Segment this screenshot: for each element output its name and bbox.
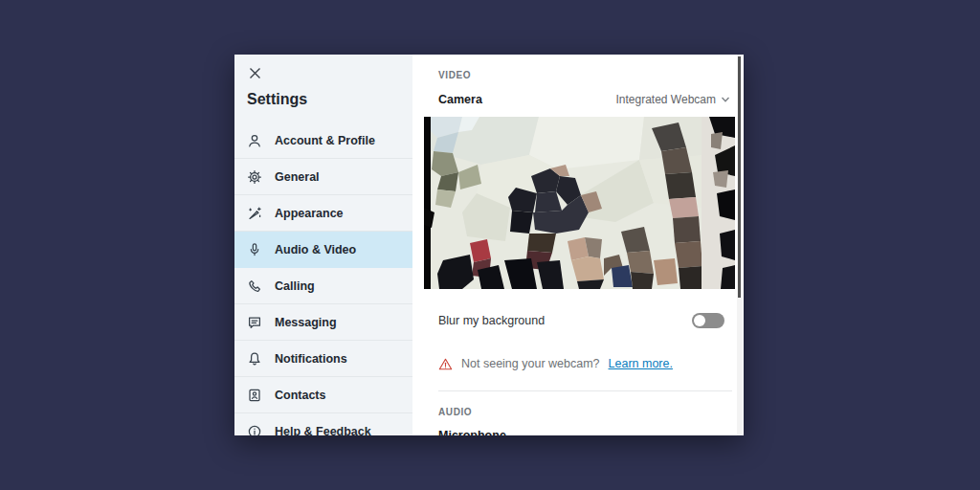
section-divider <box>438 390 732 391</box>
webcam-warning-text: Not seeing your webcam? <box>461 357 600 370</box>
sidebar-item-label: Notifications <box>275 352 347 366</box>
settings-menu: Account & Profile General Appearance <box>234 122 412 435</box>
wand-icon <box>247 206 262 221</box>
settings-dialog: Settings Account & Profile General <box>234 55 744 435</box>
sidebar-item-general[interactable]: General <box>234 159 412 195</box>
contact-card-icon <box>247 388 262 403</box>
toggle-knob <box>694 315 705 326</box>
blur-background-label: Blur my background <box>438 314 545 327</box>
bell-icon <box>247 351 262 367</box>
camera-label: Camera <box>438 93 482 106</box>
camera-select-value: Integrated Webcam <box>615 93 716 106</box>
camera-row: Camera Integrated Webcam <box>438 89 730 110</box>
main-scrollbar[interactable] <box>737 55 743 435</box>
blur-background-toggle[interactable] <box>692 313 724 328</box>
message-icon <box>247 315 262 330</box>
info-icon <box>247 424 262 436</box>
camera-select[interactable]: Integrated Webcam <box>615 93 730 106</box>
microphone-icon <box>247 242 262 257</box>
sidebar-item-label: Contacts <box>275 389 325 402</box>
dialog-title: Settings <box>247 91 307 108</box>
chevron-down-icon <box>721 95 730 104</box>
blur-background-row: Blur my background <box>438 305 724 336</box>
webcam-preview <box>424 117 735 289</box>
sidebar-item-calling[interactable]: Calling <box>234 268 412 304</box>
learn-more-link[interactable]: Learn more. <box>609 357 673 370</box>
person-icon <box>247 133 262 148</box>
close-button[interactable] <box>245 65 264 84</box>
section-header-video: VIDEO <box>438 70 471 80</box>
main-scrollbar-thumb[interactable] <box>738 56 741 298</box>
warning-icon <box>438 357 453 371</box>
sidebar-item-account-profile[interactable]: Account & Profile <box>234 122 412 159</box>
sidebar: Settings Account & Profile General <box>234 55 412 435</box>
sidebar-item-contacts[interactable]: Contacts <box>234 377 412 413</box>
close-icon <box>249 67 261 82</box>
gear-icon <box>247 169 262 185</box>
webcam-warning-row: Not seeing your webcam? Learn more. <box>438 355 673 372</box>
sidebar-item-label: Account & Profile <box>275 134 375 147</box>
sidebar-item-messaging[interactable]: Messaging <box>234 304 412 341</box>
sidebar-item-label: Appearance <box>275 207 344 220</box>
sidebar-item-label: Help & Feedback <box>275 425 371 436</box>
audio-video-settings-panel: VIDEO Camera Integrated Webcam <box>412 55 744 435</box>
sidebar-item-label: General <box>275 170 320 184</box>
sidebar-item-appearance[interactable]: Appearance <box>234 195 412 232</box>
phone-icon <box>247 278 262 294</box>
sidebar-item-help-feedback[interactable]: Help & Feedback <box>234 413 412 435</box>
sidebar-item-audio-video[interactable]: Audio & Video <box>234 232 412 268</box>
sidebar-item-label: Audio & Video <box>275 243 356 256</box>
sidebar-item-label: Messaging <box>275 316 337 329</box>
sidebar-item-notifications[interactable]: Notifications <box>234 341 412 377</box>
microphone-label: Microphone <box>438 429 506 435</box>
section-header-audio: AUDIO <box>438 407 472 417</box>
sidebar-item-label: Calling <box>275 279 315 293</box>
